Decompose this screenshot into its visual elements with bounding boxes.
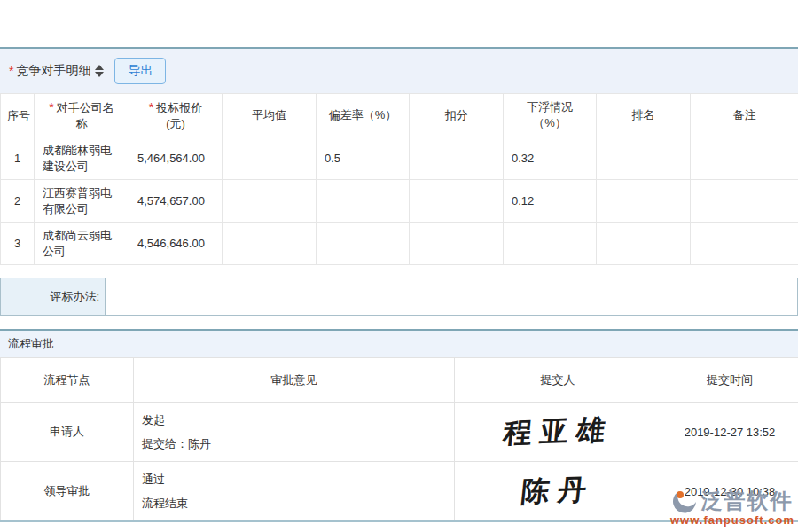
table-row: 2 江西赛普弱电有限公司 4,574,657.00 0.12 (1, 180, 798, 223)
table-row: 1 成都能林弱电建设公司 5,464,564.00 0.5 0.32 (1, 137, 798, 180)
signature-image: 陈丹 (520, 471, 597, 512)
cell-bid-price: 4,574,657.00 (129, 180, 223, 223)
sort-spinner-icon[interactable] (95, 65, 104, 77)
column-header-bid-price: *投标报价 (元) (129, 94, 223, 137)
flow-node: 领导审批 (1, 462, 134, 521)
column-header-deviation-rate: 偏差率（%） (317, 94, 410, 137)
column-header-submitter: 提交人 (455, 358, 661, 403)
spinner-up-icon[interactable] (95, 65, 104, 70)
competitor-table-header-row: 序号 *对手公司名 称 *投标报价 (元) 平均值 偏差率（%） 扣分 下浮情况… (1, 94, 798, 137)
cell-float-down (504, 223, 597, 265)
approval-section-header: 流程审批 (0, 329, 798, 357)
cell-deviation-rate (317, 223, 410, 265)
column-header-deduction: 扣分 (410, 94, 504, 137)
export-button[interactable]: 导出 (114, 58, 166, 84)
cell-note (691, 223, 798, 265)
required-mark: * (9, 64, 13, 78)
cell-deduction (410, 137, 504, 180)
bottom-divider (0, 520, 798, 522)
column-header-flow-node: 流程节点 (1, 358, 134, 403)
column-header-company: *对手公司名 称 (35, 94, 129, 137)
column-header-average: 平均值 (223, 94, 317, 137)
cell-no: 3 (1, 223, 35, 265)
opinion-line: 流程结束 (142, 491, 454, 515)
cell-rank (597, 180, 691, 223)
signature-image: 程亚雄 (501, 411, 614, 453)
required-mark: * (49, 100, 53, 114)
cell-deviation-rate: 0.5 (317, 137, 410, 180)
cell-bid-price: 4,546,646.00 (129, 223, 223, 265)
column-header-approval-opinion: 审批意见 (134, 358, 455, 403)
cell-company-name: 成都尚云弱电公司 (35, 223, 129, 265)
competitor-detail-toolbar: * 竞争对手明细 导出 (0, 49, 798, 93)
approval-table-header-row: 流程节点 审批意见 提交人 提交时间 (1, 358, 798, 403)
cell-deduction (410, 223, 504, 265)
competitor-table: 序号 *对手公司名 称 *投标报价 (元) 平均值 偏差率（%） 扣分 下浮情况… (0, 93, 798, 265)
opinion-line: 提交给：陈丹 (142, 432, 454, 456)
opinion-line: 通过 (142, 467, 454, 491)
cell-average (223, 223, 317, 265)
evaluation-method-label: 评标办法: (1, 278, 106, 315)
submit-time: 2019-12-30 10:38 (661, 462, 798, 521)
cell-float-down: 0.12 (504, 180, 597, 223)
column-header-submit-time: 提交时间 (661, 358, 798, 403)
approval-row: 申请人 发起 提交给：陈丹 程亚雄 2019-12-27 13:52 (1, 403, 798, 462)
cell-company-name: 成都能林弱电建设公司 (35, 137, 129, 180)
opinion-line: 发起 (142, 408, 454, 432)
cell-no: 2 (1, 180, 35, 223)
column-header-rank: 排名 (597, 94, 691, 137)
cell-note (691, 180, 798, 223)
submit-time: 2019-12-27 13:52 (661, 403, 798, 462)
submitter-cell: 陈丹 (455, 462, 661, 521)
spinner-down-icon[interactable] (95, 72, 104, 77)
cell-company-name: 江西赛普弱电有限公司 (35, 180, 129, 223)
cell-deviation-rate (317, 180, 410, 223)
submitter-cell: 程亚雄 (455, 403, 661, 462)
flow-node: 申请人 (1, 403, 134, 462)
cell-average (223, 137, 317, 180)
evaluation-method-field[interactable] (106, 278, 797, 315)
cell-deduction (410, 180, 504, 223)
cell-note (691, 137, 798, 180)
cell-float-down: 0.32 (504, 137, 597, 180)
column-header-no: 序号 (1, 94, 35, 137)
cell-rank (597, 223, 691, 265)
approval-row: 领导审批 通过 流程结束 陈丹 2019-12-30 10:38 (1, 462, 798, 521)
approval-opinion: 通过 流程结束 (134, 462, 455, 521)
evaluation-method-row: 评标办法: (0, 278, 798, 316)
cell-bid-price: 5,464,564.00 (129, 137, 223, 180)
approval-section-title: 流程审批 (8, 336, 54, 352)
column-header-note: 备注 (691, 94, 798, 137)
cell-rank (597, 137, 691, 180)
approval-opinion: 发起 提交给：陈丹 (134, 403, 455, 462)
table-row: 3 成都尚云弱电公司 4,546,646.00 (1, 223, 798, 265)
cell-no: 1 (1, 137, 35, 180)
approval-table: 流程节点 审批意见 提交人 提交时间 申请人 发起 提交给：陈丹 程亚雄 201… (0, 357, 798, 521)
required-mark: * (149, 100, 153, 114)
column-header-float-down: 下浮情况 （%） (504, 94, 597, 137)
section-title-competitor-detail: 竞争对手明细 (16, 63, 90, 79)
cell-average (223, 180, 317, 223)
